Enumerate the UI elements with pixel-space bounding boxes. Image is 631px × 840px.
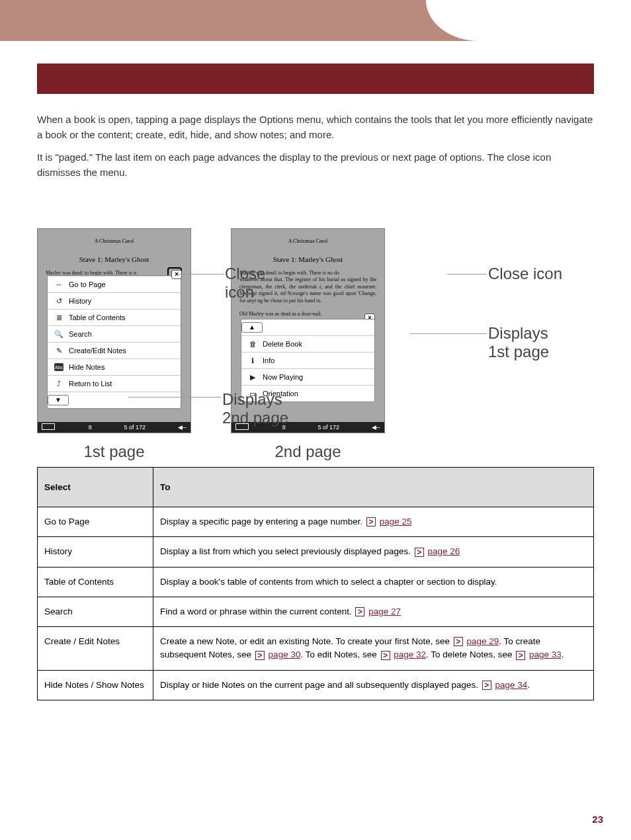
table-row: Create / Edit Notes Create a new Note, o… <box>38 627 594 671</box>
device-footer: 8 5 of 172 ◀─ <box>38 422 190 433</box>
intro-para-1: When a book is open, tapping a page disp… <box>37 112 594 142</box>
play-icon: ▶ <box>248 373 257 381</box>
callout-displays-2nd: Displays 2nd page <box>222 390 288 427</box>
callout-displays-1st: Displays 1st page <box>488 324 549 360</box>
th-to: To <box>153 468 594 507</box>
screenshot-col-1: A Christmas Carol Stave 1: Marley's Ghos… <box>37 228 191 461</box>
page-counter: 5 of 172 <box>317 424 339 431</box>
trash-icon: 🗑 <box>248 340 257 348</box>
chevron-down-icon: ▼ <box>48 395 69 405</box>
page-link[interactable]: page 30 <box>269 650 301 659</box>
menu-create-notes[interactable]: ✎Create/Edit Notes <box>48 342 181 358</box>
page-counter: 5 of 172 <box>124 424 146 431</box>
table-row: Search Find a word or phrase within the … <box>38 597 594 626</box>
link-icon[interactable]: > <box>516 651 525 660</box>
search-icon: 🔍 <box>54 330 63 338</box>
menu-search[interactable]: 🔍Search <box>48 325 181 342</box>
menu-now-playing[interactable]: ▶Now Playing <box>241 368 374 385</box>
cell-select: Go to Page <box>38 507 153 537</box>
cell-to: Display a specific page by entering a pa… <box>153 507 594 537</box>
abc-icon: Abc <box>54 363 63 371</box>
link-icon[interactable]: > <box>381 651 390 660</box>
footer-left-num: 8 <box>89 424 92 431</box>
th-select: Select <box>38 468 153 507</box>
table-row: Hide Notes / Show Notes Display or hide … <box>38 670 594 700</box>
cell-select: Create / Edit Notes <box>38 627 153 671</box>
return-icon: ⤴ <box>54 380 63 388</box>
menu-info[interactable]: ℹInfo <box>241 352 374 368</box>
link-icon[interactable]: > <box>366 517 376 526</box>
cell-to: Display a book's table of contents from … <box>153 567 594 597</box>
table-row: History Display a list from which you se… <box>38 537 594 567</box>
speaker-icon: ◀─ <box>372 424 380 431</box>
cell-select: Search <box>38 597 153 626</box>
toc-icon: ≣ <box>54 314 63 321</box>
options-menu-1: × ↔Go to Page ↺History ≣Table of Content… <box>47 275 181 409</box>
device-screenshot-1: A Christmas Carol Stave 1: Marley's Ghos… <box>37 228 191 433</box>
menu-next-page[interactable]: ▼ <box>48 392 181 408</box>
menu-label: History <box>69 297 91 305</box>
page-link[interactable]: page 32 <box>394 650 426 659</box>
speaker-icon: ◀─ <box>178 424 187 431</box>
callout-close-1: Close icon <box>225 265 265 301</box>
menu-history[interactable]: ↺History <box>48 292 181 309</box>
close-icon[interactable]: × <box>171 270 182 279</box>
cell-to: Create a new Note, or edit an existing N… <box>153 627 594 671</box>
menu-label: Return to List <box>69 380 112 388</box>
section-title-bar <box>37 63 594 94</box>
cell-to: Display a list from which you select pre… <box>153 537 594 567</box>
page-link[interactable]: page 34 <box>495 680 528 690</box>
chapter-title: Stave 1: Marley's Ghost <box>231 255 384 263</box>
menu-label: Hide Notes <box>69 363 105 371</box>
link-icon[interactable]: > <box>454 637 463 646</box>
header-curve <box>426 0 631 41</box>
menu-label: Now Playing <box>263 373 303 381</box>
caption-2nd-page: 2nd page <box>274 442 341 461</box>
page-link[interactable]: page 26 <box>427 546 460 556</box>
connector-line <box>177 274 224 274</box>
page-number: 23 <box>592 814 603 825</box>
menu-return-list[interactable]: ⤴Return to List <box>48 375 181 392</box>
link-icon[interactable]: > <box>482 681 491 690</box>
cell-select: History <box>38 537 153 567</box>
book-title: A Christmas Carol <box>38 238 190 244</box>
intro-para-2: It is "paged." The last item on each pag… <box>37 150 594 180</box>
connector-line <box>447 274 487 274</box>
table-row: Table of Contents Display a book's table… <box>38 567 594 597</box>
cell-to: Find a word or phrase within the current… <box>153 597 594 626</box>
menu-label: Info <box>263 357 274 364</box>
caption-1st-page: 1st page <box>83 442 144 461</box>
link-icon[interactable]: > <box>415 548 424 557</box>
page-link[interactable]: page 27 <box>368 607 401 616</box>
chapter-title: Stave 1: Marley's Ghost <box>38 255 190 263</box>
cell-select: Table of Contents <box>38 567 153 597</box>
pencil-icon: ✎ <box>54 347 63 355</box>
cell-select: Hide Notes / Show Notes <box>38 670 153 700</box>
menu-delete-book[interactable]: 🗑Delete Book <box>241 335 374 352</box>
history-icon: ↺ <box>54 297 63 305</box>
page-link[interactable]: page 25 <box>380 517 412 526</box>
book-title: A Christmas Carol <box>231 238 384 244</box>
battery-icon <box>42 423 56 431</box>
info-icon: ℹ <box>248 357 257 364</box>
menu-label: Search <box>69 330 92 338</box>
chevron-up-icon: ▲ <box>241 322 263 333</box>
table-row: Go to Page Display a specific page by en… <box>38 507 594 537</box>
menu-hide-notes[interactable]: AbcHide Notes <box>48 358 181 375</box>
page-link[interactable]: page 29 <box>467 636 499 646</box>
connector-line <box>128 397 221 398</box>
link-icon[interactable]: > <box>355 607 364 616</box>
menu-toc[interactable]: ≣Table of Contents <box>48 309 181 325</box>
callout-close-2: Close icon <box>488 265 562 283</box>
link-icon[interactable]: > <box>255 651 265 660</box>
cell-to: Display or hide Notes on the current pag… <box>153 670 594 700</box>
menu-goto-page[interactable]: ↔Go to Page <box>48 276 181 292</box>
menu-prev-page[interactable]: ▲ <box>241 319 374 335</box>
menu-label: Delete Book <box>263 340 302 348</box>
connector-line <box>410 333 487 334</box>
menu-label: Table of Contents <box>69 314 126 321</box>
intro-text: When a book is open, tapping a page disp… <box>37 112 594 188</box>
page-link[interactable]: page 33 <box>529 650 562 659</box>
menu-label: Go to Page <box>69 280 106 288</box>
options-table: Select To Go to Page Display a specific … <box>37 467 594 700</box>
